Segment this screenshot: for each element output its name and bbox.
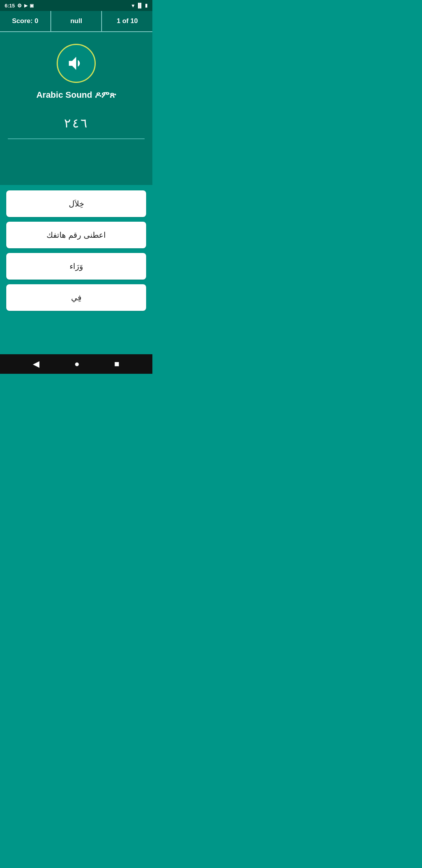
recents-nav-icon: ■ [114,359,119,369]
status-time: 6:15 [5,3,15,9]
null-label: null [70,17,82,25]
battery-icon: ▮ [145,3,148,8]
back-nav-icon: ◀ [33,359,39,369]
answer-button-3[interactable]: وَرَاء [6,253,146,280]
signal-icon: ▐▌ [136,3,143,8]
answers-area: خِلاَل اعطنى رقم هاتفك وَرَاء فِي [0,185,152,354]
answer-button-4[interactable]: فِي [6,284,146,311]
sound-title: Arabic Sound ዶምጽ [36,90,116,100]
sim-icon: ▣ [30,3,34,8]
settings-icon: ⚙ [17,3,22,9]
answer-button-2[interactable]: اعطنى رقم هاتفك [6,222,146,248]
wifi-icon: ▾ [132,3,134,9]
progress-label: 1 of 10 [117,17,138,25]
score-label: Score: 0 [12,17,38,25]
bottom-nav: ◀ ● ■ [0,354,152,374]
status-right: ▾ ▐▌ ▮ [132,3,148,9]
home-nav-button[interactable]: ● [74,359,79,369]
arabic-chars-display: ٢٤٦ [64,116,89,131]
speaker-icon [66,54,86,73]
answer-button-1[interactable]: خِلاَل [6,190,146,217]
progress-section: 1 of 10 [102,11,152,31]
main-content: Arabic Sound ዶምጽ ٢٤٦ [0,32,152,185]
header: Score: 0 null 1 of 10 [0,11,152,32]
sound-button[interactable] [57,44,96,83]
home-nav-icon: ● [74,359,79,369]
status-bar: 6:15 ⚙ ▶ ▣ ▾ ▐▌ ▮ [0,0,152,11]
score-section: Score: 0 [0,11,50,31]
recents-nav-button[interactable]: ■ [114,359,119,369]
back-nav-button[interactable]: ◀ [33,359,39,369]
play-icon: ▶ [24,3,27,8]
null-section: null [51,11,102,31]
status-left: 6:15 ⚙ ▶ ▣ [5,3,34,9]
content-divider [8,138,145,139]
sound-area: Arabic Sound ዶምጽ [36,44,116,100]
